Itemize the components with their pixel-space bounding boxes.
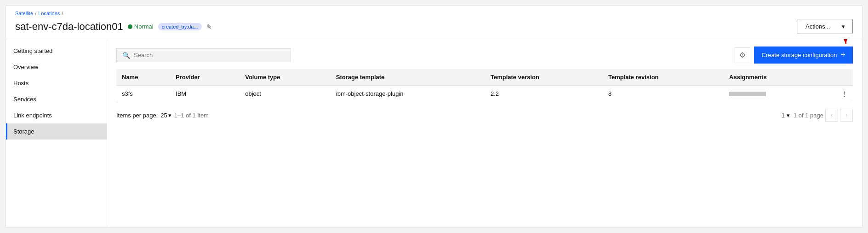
actions-label: Actions... xyxy=(805,23,830,30)
cell-storage-template: ibm-object-storage-plugin xyxy=(331,86,485,102)
col-provider: Provider xyxy=(170,69,240,86)
toolbar-right: ⚙ Create storage configuration + xyxy=(735,47,853,64)
cell-volume-type: object xyxy=(240,86,331,102)
col-template-version: Template version xyxy=(485,69,603,86)
current-page: 1 xyxy=(782,112,785,119)
next-page-button[interactable]: › xyxy=(840,109,853,122)
per-page-value: 25 xyxy=(160,112,167,119)
breadcrumb-satellite[interactable]: Satellite xyxy=(15,11,33,16)
sidebar-item-services-label: Services xyxy=(13,96,36,103)
cell-name: s3fs xyxy=(116,86,170,102)
pagination-controls: 1 ▾ 1 of 1 page ‹ › xyxy=(782,109,853,122)
sidebar-item-storage-label: Storage xyxy=(13,128,34,135)
search-input[interactable] xyxy=(134,52,285,58)
sidebar-item-services[interactable]: Services xyxy=(6,91,107,107)
sidebar-item-link-endpoints[interactable]: Link endpoints xyxy=(6,107,107,123)
content-area: 🔍 ⚙ Create storage configuration + xyxy=(107,39,862,227)
edit-icon[interactable]: ✎ xyxy=(206,23,212,30)
cell-provider: IBM xyxy=(170,86,240,102)
of-pages-label: 1 of 1 page xyxy=(794,112,823,119)
sidebar-item-hosts[interactable]: Hosts xyxy=(6,75,107,91)
breadcrumb: Satellite / Locations / xyxy=(15,11,853,16)
cell-assignments xyxy=(724,86,819,102)
col-volume-type: Volume type xyxy=(240,69,331,86)
breadcrumb-sep-2: / xyxy=(62,11,63,16)
cell-template-version: 2.2 xyxy=(485,86,603,102)
tag-badge[interactable]: created_by:da... xyxy=(158,23,202,30)
chevron-page: ▾ xyxy=(787,112,790,119)
col-row-actions xyxy=(819,69,853,86)
sidebar-item-link-endpoints-label: Link endpoints xyxy=(13,112,52,119)
svg-line-3 xyxy=(844,39,846,44)
create-button-plus-icon: + xyxy=(840,50,845,60)
next-icon: › xyxy=(845,112,847,118)
prev-icon: ‹ xyxy=(831,112,833,118)
sidebar-item-storage[interactable]: Storage xyxy=(6,123,107,140)
main-layout: Getting started Overview Hosts Services … xyxy=(6,39,862,227)
breadcrumb-sep-1: / xyxy=(35,11,36,16)
table-header-row: Name Provider Volume type Storage templa… xyxy=(116,69,853,86)
sidebar-item-overview[interactable]: Overview xyxy=(6,59,107,75)
outer-container: Satellite / Locations / sat-env-c7da-loc… xyxy=(0,0,868,233)
sidebar-item-hosts-label: Hosts xyxy=(13,80,29,87)
header-row: sat-env-c7da-location01 Normal created_b… xyxy=(15,19,853,34)
sidebar: Getting started Overview Hosts Services … xyxy=(6,39,107,227)
col-storage-template: Storage template xyxy=(331,69,485,86)
status-label: Normal xyxy=(134,23,154,30)
actions-button[interactable]: Actions... ▾ xyxy=(798,19,853,34)
items-per-page-label: Items per page: xyxy=(116,112,158,119)
header-left: sat-env-c7da-location01 Normal created_b… xyxy=(15,21,212,33)
search-icon: 🔍 xyxy=(122,52,130,59)
items-per-page: Items per page: 25 ▾ 1–1 of 1 item xyxy=(116,112,209,119)
assignments-bar xyxy=(729,92,766,96)
page-range: 1–1 of 1 item xyxy=(174,112,209,119)
status-badge: Normal xyxy=(128,23,154,30)
search-bar: 🔍 xyxy=(116,48,291,62)
pagination-row: Items per page: 25 ▾ 1–1 of 1 item 1 ▾ 1… xyxy=(116,104,853,126)
col-template-revision: Template revision xyxy=(603,69,724,86)
toolbar: 🔍 ⚙ Create storage configuration + xyxy=(116,47,853,64)
table-header: Name Provider Volume type Storage templa… xyxy=(116,69,853,86)
sidebar-item-getting-started[interactable]: Getting started xyxy=(6,43,107,59)
prev-page-button[interactable]: ‹ xyxy=(825,109,838,122)
status-dot xyxy=(128,24,132,29)
table-row: s3fs IBM object ibm-object-storage-plugi… xyxy=(116,86,853,102)
settings-icon: ⚙ xyxy=(739,51,746,59)
settings-icon-button[interactable]: ⚙ xyxy=(735,47,750,63)
breadcrumb-locations[interactable]: Locations xyxy=(38,11,60,16)
data-table: Name Provider Volume type Storage templa… xyxy=(116,69,853,102)
page-title: sat-env-c7da-location01 xyxy=(15,21,123,33)
row-actions-menu[interactable]: ⋮ xyxy=(819,86,853,102)
per-page-select[interactable]: 25 ▾ xyxy=(160,112,171,119)
col-assignments: Assignments xyxy=(724,69,819,86)
create-button-label: Create storage configuration xyxy=(761,52,837,58)
create-button-wrapper: Create storage configuration + xyxy=(754,47,853,64)
col-name: Name xyxy=(116,69,170,86)
actions-chevron: ▾ xyxy=(842,23,845,30)
table-body: s3fs IBM object ibm-object-storage-plugi… xyxy=(116,86,853,102)
page-frame: Satellite / Locations / sat-env-c7da-loc… xyxy=(6,6,862,227)
per-page-chevron: ▾ xyxy=(168,112,171,119)
create-storage-button[interactable]: Create storage configuration + xyxy=(754,47,853,64)
sidebar-item-getting-started-label: Getting started xyxy=(13,47,52,54)
cell-template-revision: 8 xyxy=(603,86,724,102)
page-header: Satellite / Locations / sat-env-c7da-loc… xyxy=(6,6,862,39)
sidebar-item-overview-label: Overview xyxy=(13,64,38,70)
